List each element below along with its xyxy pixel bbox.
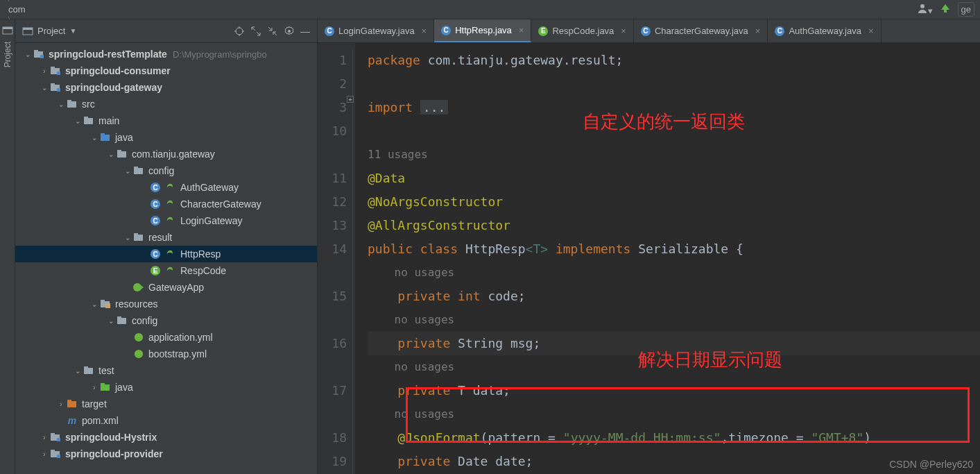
expand-arrow[interactable]: › [40,434,49,441]
tree-label: config [132,315,157,326]
expand-arrow[interactable]: ⌄ [123,234,132,242]
expand-arrow[interactable]: ⌄ [24,51,32,58]
hide-icon[interactable]: — [300,26,310,37]
svg-rect-22 [117,151,126,158]
tree-item[interactable]: mpom.xml [15,412,317,429]
tree-item[interactable]: CCharacterGateway [15,196,317,212]
tab-label: RespCode.java [552,26,614,36]
file-type-icon: E [538,26,548,36]
svg-rect-19 [84,117,88,119]
module-icon [50,448,61,459]
tree-item[interactable]: ⌄main [15,112,317,129]
user-icon[interactable]: ▾ [917,3,933,16]
tree-item[interactable]: ›springcloud-consumer [15,62,317,79]
tree-item[interactable]: CHttpResp [15,246,317,262]
tree-item[interactable]: ›springcloud-provider [15,446,317,462]
tree-label: springcloud-Hystrix [65,432,157,443]
tree-item[interactable]: ⌄springcloud-restTemplateD:\Myprogram\sp… [15,46,317,62]
expand-arrow[interactable]: ⌄ [90,134,98,142]
run-config[interactable]: ge [958,2,974,17]
tree-item[interactable]: ›target [15,396,317,412]
expand-arrow[interactable]: › [40,67,49,75]
svg-rect-39 [101,383,105,385]
tab-close-icon[interactable]: × [621,26,626,36]
fold-icon[interactable]: + [347,96,354,103]
expand-arrow[interactable]: ⌄ [107,151,115,158]
expand-arrow[interactable]: ⌄ [74,117,82,125]
tab-close-icon[interactable]: × [422,26,427,36]
code-editor[interactable]: 12310111213141516171819 package com.tian… [318,43,980,474]
svg-rect-27 [134,233,138,235]
locate-icon[interactable] [234,26,245,37]
editor-tab[interactable]: ERespCode.java× [531,19,633,42]
usages-hint[interactable]: no usages [368,261,980,285]
tab-close-icon[interactable]: × [519,25,524,35]
usages-hint[interactable]: no usages [368,403,980,426]
usages-hint[interactable]: 11 usages [368,143,980,167]
expand-arrow[interactable]: ⌄ [57,101,65,108]
tree-item[interactable]: ›springcloud-Hystrix [15,429,317,446]
expand-arrow[interactable]: ⌄ [90,301,98,308]
tree-item[interactable]: CLoginGateway [15,212,317,229]
maven-icon: m [67,415,78,426]
editor-tabs: CLoginGateway.java×CHttpResp.java×ERespC… [318,19,980,43]
c-green-icon: E [150,265,161,276]
project-tool-tab[interactable]: Project [3,39,12,70]
expand-arrow[interactable]: ⌄ [40,84,49,92]
tab-label: AuthGateway.java [789,26,861,36]
tree-label: LoginGateway [180,215,243,226]
spring-icon [133,348,144,359]
tree-item[interactable]: ›java [15,379,317,396]
folder-icon [117,149,128,160]
line-number [318,308,347,332]
tab-close-icon[interactable]: × [755,26,761,36]
tree-item[interactable]: ⌄com.tianju.gateway [15,146,317,162]
collapse-icon[interactable] [267,26,278,37]
expand-arrow[interactable]: ⌄ [74,367,82,375]
tree-item[interactable]: CAuthGateway [15,179,317,196]
svg-rect-36 [84,368,93,374]
svg-rect-9 [40,55,44,58]
tree-item[interactable]: ⌄src [15,96,317,112]
tree-item[interactable]: bootstrap.yml [15,346,317,362]
line-number [318,143,347,167]
code-content[interactable]: package com.tianju.gateway.result; +impo… [355,43,980,474]
breadcrumb-item[interactable]: com [6,4,121,15]
settings-icon[interactable] [284,26,295,37]
expand-icon[interactable] [250,26,261,37]
expand-arrow[interactable]: › [57,400,65,408]
tree-view-selector[interactable]: Project ▼ [22,26,230,37]
tree-label: com.tianju.gateway [132,149,215,160]
tree-item[interactable]: ERespCode [15,262,317,279]
tree-item[interactable]: ⌄test [15,362,317,379]
tab-close-icon[interactable]: × [868,26,874,36]
expand-arrow[interactable]: ⌄ [107,317,115,325]
project-tree[interactable]: ⌄springcloud-restTemplateD:\Myprogram\sp… [15,43,317,474]
project-tool-icon[interactable] [2,25,13,36]
editor-tab[interactable]: CCharacterGateway.java× [634,19,768,42]
expand-arrow[interactable]: › [40,450,49,458]
tree-item[interactable]: GatewayApp [15,279,317,296]
build-icon[interactable] [940,3,951,16]
tree-item[interactable]: ⌄result [15,229,317,246]
spring-run-icon [133,282,144,293]
expand-arrow[interactable]: › [90,384,98,391]
editor-tab[interactable]: CHttpResp.java× [434,19,531,42]
usages-hint[interactable]: no usages [368,355,980,379]
tree-item[interactable]: ⌄java [15,129,317,146]
tree-item[interactable]: ⌄springcloud-gateway [15,79,317,96]
tree-item[interactable]: ⌄config [15,162,317,179]
editor-tab[interactable]: CAuthGateway.java× [768,19,881,42]
c-blue-icon: C [150,215,161,226]
line-number [318,355,347,379]
tree-item[interactable]: ⌄config [15,312,317,329]
svg-rect-17 [67,100,71,102]
usages-hint[interactable]: no usages [368,308,980,332]
tree-label: resources [115,298,157,310]
module-icon [50,432,61,443]
editor-tab[interactable]: CLoginGateway.java× [318,19,434,42]
folder-icon [100,132,111,143]
tree-item[interactable]: ⌄resources [15,296,317,312]
expand-arrow[interactable]: ⌄ [123,167,132,175]
tree-item[interactable]: application.yml [15,329,317,346]
